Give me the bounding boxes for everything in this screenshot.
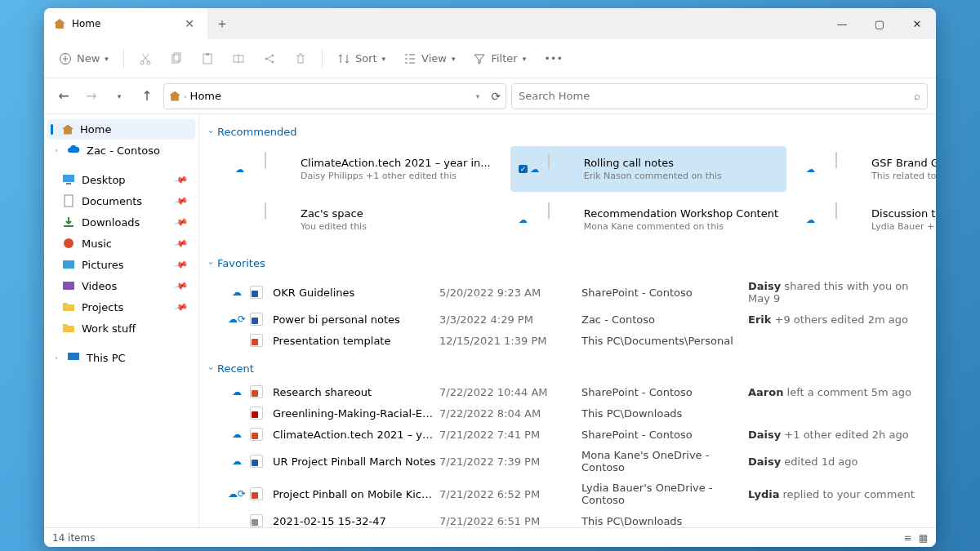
list-row[interactable]: ☁Research shareout7/22/2022 10:44 AMShar… xyxy=(227,381,923,402)
file-type-icon xyxy=(250,286,263,299)
forward-button[interactable]: → xyxy=(80,85,103,108)
file-name: Project Pinball on Mobile KickOff xyxy=(273,488,436,500)
toolbar: New ▾ Sort▾ View▾ Filter▾ ••• xyxy=(44,39,936,78)
status-icons: ☁ xyxy=(235,164,256,175)
more-button[interactable]: ••• xyxy=(537,47,569,69)
list-row[interactable]: Greenlining-Making-Racial-Equity-Rea...7… xyxy=(227,402,923,424)
file-subtitle: Lydia Bauer + 5 others edited this xyxy=(871,221,936,232)
list-row[interactable]: Presentation template12/15/2021 1:39 PMT… xyxy=(227,330,923,351)
file-type-icon xyxy=(250,385,263,398)
cloud-icon: ☁ xyxy=(227,429,247,440)
cut-button[interactable] xyxy=(132,47,158,70)
status-icons: ✓☁ xyxy=(519,164,540,175)
file-location: Zac - Contoso xyxy=(581,313,745,326)
status-icons: ☁ xyxy=(519,215,540,225)
refresh-button[interactable]: ⟳ xyxy=(491,90,501,103)
sidebar-item-home[interactable]: Home xyxy=(47,119,195,140)
breadcrumb[interactable]: › Home ▾ ⟳ xyxy=(163,83,506,109)
file-name: Discussion topics 1 xyxy=(871,207,936,220)
file-time: 7/21/2022 7:39 PM xyxy=(439,455,578,468)
recommended-card[interactable]: ☁Recommendation Workshop ContentMona Kan… xyxy=(510,197,786,242)
new-button[interactable]: New ▾ xyxy=(52,47,115,70)
file-name: Recommendation Workshop Content xyxy=(584,207,778,220)
section-favorites[interactable]: ›Favorites xyxy=(203,252,929,274)
minimize-button[interactable]: — xyxy=(823,8,861,39)
file-time: 7/21/2022 6:51 PM xyxy=(439,515,578,527)
file-name: Research shareout xyxy=(273,386,436,398)
file-time: 7/21/2022 6:52 PM xyxy=(439,488,578,500)
list-row[interactable]: 2021-02-15 15-32-477/21/2022 6:51 PMThis… xyxy=(227,510,923,527)
list-row[interactable]: ☁⟳Power bi personal notes3/3/2022 4:29 P… xyxy=(227,309,923,330)
recommended-card[interactable]: ☁Discussion topics 1Lydia Bauer + 5 othe… xyxy=(798,197,936,242)
sidebar-item-onedrive[interactable]: › Zac - Contoso xyxy=(47,140,195,161)
section-recent[interactable]: ›Recent xyxy=(203,358,929,380)
share-button[interactable] xyxy=(256,47,283,70)
tab-home[interactable]: Home ✕ xyxy=(44,8,207,39)
list-row[interactable]: ☁⟳Project Pinball on Mobile KickOff7/21/… xyxy=(227,478,923,510)
search-box[interactable]: ⌕ xyxy=(511,83,928,109)
svg-rect-17 xyxy=(68,353,79,360)
file-type-icon xyxy=(250,407,263,420)
recommended-card[interactable]: ✓☁Rolling call notesErik Nason commented… xyxy=(510,146,786,192)
music-icon xyxy=(62,237,75,250)
new-tab-button[interactable]: ＋ xyxy=(207,8,237,39)
sidebar-item-documents[interactable]: Documents📌 xyxy=(47,190,195,211)
cloud-icon: ☁⟳ xyxy=(227,488,247,500)
list-row[interactable]: ☁OKR Guidelines5/20/2022 9:23 AMSharePoi… xyxy=(227,276,923,309)
recommended-card[interactable]: ☁ClimateAction.tech 2021 – year in...Dai… xyxy=(227,146,499,192)
rename-button[interactable] xyxy=(225,47,252,70)
trash-icon xyxy=(294,52,307,65)
file-activity: Daisy edited 1d ago xyxy=(748,455,923,468)
sidebar-item-workstuff[interactable]: Work stuff xyxy=(47,318,195,339)
view-icon xyxy=(403,52,416,65)
explorer-window: Home ✕ ＋ — ▢ ✕ New ▾ Sort▾ View▾ xyxy=(44,8,936,547)
cloud-icon: ☁ xyxy=(227,287,247,298)
sidebar-item-thispc[interactable]: › This PC xyxy=(47,347,195,368)
close-button[interactable]: ✕ xyxy=(898,8,936,39)
cloud-icon: ☁ xyxy=(806,215,815,225)
list-row[interactable]: ☁UR Project Pinball March Notes7/21/2022… xyxy=(227,445,923,478)
section-recommended[interactable]: ›Recommended xyxy=(203,121,929,143)
recent-locations-button[interactable]: ▾ xyxy=(108,85,131,108)
sort-button[interactable]: Sort▾ xyxy=(331,47,392,70)
svg-rect-6 xyxy=(206,53,209,56)
back-button[interactable]: ← xyxy=(52,85,75,108)
history-chevron-icon[interactable]: ▾ xyxy=(476,92,480,100)
file-location: Lydia Bauer's OneDrive - Contoso xyxy=(581,482,745,506)
sidebar-item-music[interactable]: Music📌 xyxy=(47,233,195,254)
up-button[interactable]: ↑ xyxy=(136,85,158,108)
file-location: This PC\Downloads xyxy=(581,407,745,420)
sidebar-item-downloads[interactable]: Downloads📌 xyxy=(47,211,195,233)
sidebar-item-desktop[interactable]: Desktop📌 xyxy=(47,169,195,190)
file-type-icon xyxy=(548,152,550,169)
breadcrumb-root[interactable]: Home xyxy=(190,90,221,102)
cloud-icon xyxy=(67,144,80,157)
file-name: GSF Brand Guideline v01 xyxy=(871,157,936,169)
recommended-card[interactable]: ☁GSF Brand Guideline v01This related to … xyxy=(798,146,936,192)
file-activity: Aaron left a comment 5m ago xyxy=(748,386,923,398)
sidebar-item-pictures[interactable]: Pictures📌 xyxy=(47,254,195,275)
delete-button[interactable] xyxy=(287,47,314,70)
copy-button[interactable] xyxy=(163,47,189,70)
maximize-button[interactable]: ▢ xyxy=(861,8,898,39)
file-activity: Erik +9 others edited 2m ago xyxy=(748,313,923,326)
list-row[interactable]: ☁ClimateAction.tech 2021 – year in revie… xyxy=(227,424,923,445)
search-input[interactable] xyxy=(519,90,914,102)
paste-button[interactable] xyxy=(194,47,220,70)
file-subtitle: Mona Kane commented on this xyxy=(584,221,778,232)
expand-icon[interactable]: › xyxy=(52,146,60,154)
filter-button[interactable]: Filter▾ xyxy=(466,47,532,70)
view-button[interactable]: View▾ xyxy=(397,47,461,70)
cloud-icon: ☁ xyxy=(806,164,815,175)
thumbnails-view-toggle[interactable]: ▦ xyxy=(919,532,928,544)
close-tab-icon[interactable]: ✕ xyxy=(181,17,198,30)
sidebar-item-projects[interactable]: Projects📌 xyxy=(47,296,195,318)
expand-icon[interactable]: › xyxy=(52,353,60,362)
svg-point-10 xyxy=(271,60,274,63)
file-activity: Daisy +1 other edited 2h ago xyxy=(748,429,923,441)
svg-point-9 xyxy=(271,54,274,56)
file-subtitle: Daisy Philipps +1 other edited this xyxy=(301,171,491,181)
recommended-card[interactable]: Zac's spaceYou edited this xyxy=(227,197,499,242)
sidebar-item-videos[interactable]: Videos📌 xyxy=(47,275,195,296)
details-view-toggle[interactable]: ≡ xyxy=(904,532,912,544)
